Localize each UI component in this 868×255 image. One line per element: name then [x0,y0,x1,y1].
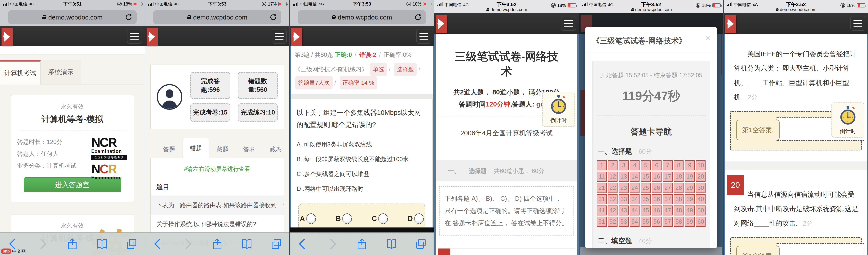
answer-card-cell-28[interactable]: 28 [674,183,684,193]
back-icon[interactable] [297,238,309,250]
answer-card-cell-29[interactable]: 29 [685,183,694,193]
answer-choice[interactable]: C [372,213,388,224]
address-bar[interactable]: demo.wcpdoc.com [8,10,136,24]
answer-card-cell-25[interactable]: 25 [641,183,651,193]
address-bar-compact[interactable]: demo.wcpdoc.com [579,7,723,12]
answer-card-cell-56[interactable]: 56 [652,217,662,227]
answer-card-cell-15[interactable]: 15 [641,172,651,182]
scrollbar[interactable] [721,16,722,75]
app-logo-icon[interactable] [725,15,736,33]
answer-card-cell-32[interactable]: 32 [608,194,618,204]
reload-icon[interactable] [270,13,277,21]
answer-card-cell-57[interactable]: 57 [663,217,673,227]
answer-card-cell-38[interactable]: 38 [674,194,684,204]
answer-card-cell-9[interactable]: 9 [685,160,694,170]
answer-card-cell-14[interactable]: 14 [630,172,640,182]
answer-card-cell-36[interactable]: 36 [652,194,662,204]
forward-icon[interactable] [182,238,194,250]
countdown-timer-widget[interactable]: 倒计时 [832,103,864,138]
answer-card-cell-5[interactable]: 5 [641,160,651,170]
question-row[interactable]: 关于操作系统,以下哪种说法是错误的? [151,215,284,234]
answer-card-cell-6[interactable]: 6 [652,160,662,170]
reload-icon[interactable] [125,13,132,21]
answer-card-cell-54[interactable]: 54 [630,217,640,227]
answer-card-cell-53[interactable]: 53 [619,217,629,227]
tab-computer-exam[interactable]: 计算机考试 [0,61,40,84]
hamburger-menu-button[interactable] [272,29,287,44]
answer-card-cell-59[interactable]: 59 [685,217,694,227]
forward-icon[interactable] [326,238,339,250]
answer-card-cell-4[interactable]: 4 [630,160,640,170]
tab-saved-papers[interactable]: 藏卷 [262,141,289,158]
address-bar-compact[interactable]: demo.wcpdoc.com [724,7,868,12]
answer-card-cell-35[interactable]: 35 [641,194,651,204]
answer-card-cell-39[interactable]: 39 [685,194,694,204]
bookmarks-icon[interactable] [385,238,398,250]
hamburger-menu-button[interactable] [127,29,142,44]
answer-card-cell-20[interactable]: 20 [696,172,706,182]
answer-card-cell-2[interactable]: 2 [608,160,618,170]
tab-wrong[interactable]: 错题 [183,138,209,158]
bookmarks-icon[interactable] [96,238,108,250]
answer-card-cell-22[interactable]: 22 [608,183,618,193]
app-logo-icon[interactable] [147,28,158,46]
answer-card-cell-49[interactable]: 49 [685,206,694,215]
share-icon[interactable] [66,238,79,250]
answer-card-cell-27[interactable]: 27 [663,183,673,193]
app-logo-icon[interactable] [2,28,12,46]
answer-card-cell-10[interactable]: 10 [696,160,706,170]
answer-card-cell-23[interactable]: 23 [619,183,629,193]
answer-card-cell-8[interactable]: 8 [674,160,684,170]
answer-card-cell-60[interactable]: 60 [696,217,706,227]
answer-card-cell-41[interactable]: 41 [597,206,607,215]
share-icon[interactable] [211,238,223,250]
answer-card-cell-13[interactable]: 13 [619,172,629,182]
forward-icon[interactable] [36,238,49,250]
answer-input[interactable] [777,243,864,255]
answer-card-cell-7[interactable]: 7 [663,160,673,170]
answer-card-cell-26[interactable]: 26 [652,183,662,193]
tabs-icon[interactable] [126,238,138,250]
share-icon[interactable] [356,238,368,250]
answer-card-cell-42[interactable]: 42 [608,206,618,215]
answer-choice[interactable]: D [408,213,424,224]
answer-card-cell-3[interactable]: 3 [619,160,629,170]
answer-card-cell-31[interactable]: 31 [597,194,607,204]
answer-card-cell-17[interactable]: 17 [663,172,673,182]
answer-card-cell-21[interactable]: 21 [597,183,607,193]
answer-card-cell-45[interactable]: 45 [641,206,651,215]
answer-card-cell-16[interactable]: 16 [652,172,662,182]
answer-choice[interactable]: B [336,213,352,224]
answer-card-cell-52[interactable]: 52 [608,217,618,227]
answer-card-cell-40[interactable]: 40 [696,194,706,204]
answer-card-cell-24[interactable]: 24 [630,183,640,193]
reload-icon[interactable] [414,13,422,21]
tab-saved-questions[interactable]: 藏题 [209,141,236,158]
answer-card-cell-18[interactable]: 18 [674,172,684,182]
app-logo-icon[interactable] [436,15,447,33]
answer-card-cell-11[interactable]: 11 [597,172,607,182]
tabs-icon[interactable] [415,238,427,250]
address-bar[interactable]: demo.wcpdoc.com [298,10,426,24]
answer-card-cell-12[interactable]: 12 [608,172,618,182]
answer-card-cell-50[interactable]: 50 [696,206,706,215]
hamburger-menu-button[interactable] [850,16,865,31]
answer-card-cell-48[interactable]: 48 [674,206,684,215]
answer-card-cell-55[interactable]: 55 [641,217,651,227]
answer-card-cell-30[interactable]: 30 [696,183,706,193]
app-logo-icon[interactable] [291,28,302,46]
back-icon[interactable] [152,238,164,250]
tab-system-demo[interactable]: 系统演示 [40,61,81,84]
address-bar[interactable]: demo.wcpdoc.com [153,10,281,24]
countdown-timer-widget[interactable]: 倒计时 [542,92,575,127]
answer-card-cell-37[interactable]: 37 [663,194,673,204]
hamburger-menu-button[interactable] [561,16,576,31]
close-icon[interactable]: × [705,34,710,42]
tab-answer-sheets[interactable]: 答卷 [236,141,263,158]
address-bar-compact[interactable]: demo.wcpdoc.com [434,7,579,12]
answer-card-cell-46[interactable]: 46 [652,206,662,215]
answer-card-cell-44[interactable]: 44 [630,206,640,215]
answer-card-cell-58[interactable]: 58 [674,217,684,227]
answer-card-cell-51[interactable]: 51 [597,217,607,227]
tabs-icon[interactable] [270,238,282,250]
